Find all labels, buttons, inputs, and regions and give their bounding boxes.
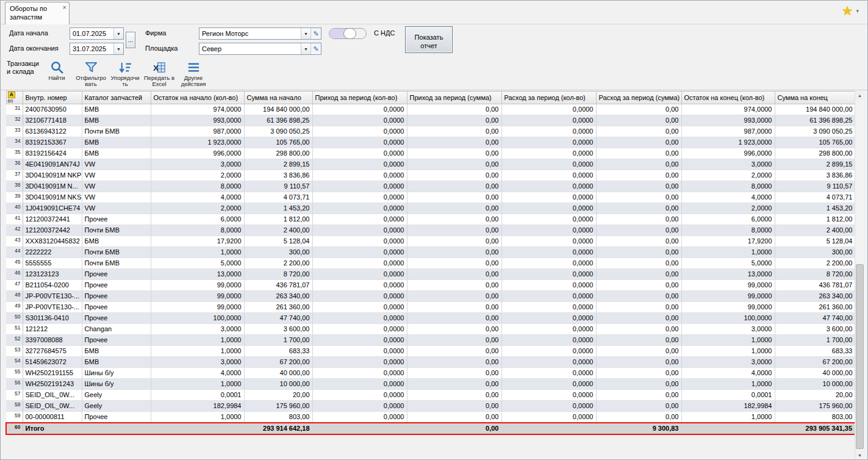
cell[interactable]: 0,00 [407,368,501,379]
cell[interactable]: 0,00 [407,390,501,401]
cell[interactable]: 0,0000 [501,291,596,302]
cell[interactable]: Шины б/у [82,379,151,390]
cell[interactable]: 83192153367 [23,137,82,148]
cell[interactable]: 3,0000 [681,159,775,170]
cell[interactable]: 0,00 [596,159,681,170]
cell[interactable]: 00-00000811 [23,412,82,423]
cell[interactable]: VW [82,170,151,181]
cell[interactable]: 0,0000 [501,115,596,126]
cell[interactable]: 0,0000 [312,137,407,148]
cell[interactable]: БМВ [82,115,151,126]
cell[interactable]: 0,0000 [501,335,596,346]
cell[interactable]: 0,00 [596,115,681,126]
cell[interactable]: 4,0000 [681,368,775,379]
cell[interactable]: 10 000,00 [244,379,312,390]
cell[interactable]: 1,0000 [151,247,244,258]
table-row[interactable]: 401J0419091CHE74VW2,00001 453,200,00000,… [6,203,855,214]
cell[interactable]: 0,0000 [312,269,407,280]
cell[interactable]: 0,0000 [501,126,596,137]
cell[interactable]: БМВ [82,148,151,159]
cell[interactable]: 0,0000 [312,412,407,423]
cell[interactable]: 0,00 [596,412,681,423]
cell[interactable]: 0,00 [407,302,501,313]
site-combo[interactable]: Север ▼ ✎ [199,43,321,55]
cell[interactable]: 0,00 [407,192,501,203]
cell[interactable]: 13,0000 [151,269,244,280]
cell[interactable]: 0,00 [596,170,681,181]
cell[interactable]: 8,0000 [681,225,775,236]
cell[interactable]: 9 110,57 [244,181,312,192]
table-row[interactable]: 364E0419091AN74JVW3,00002 899,150,00000,… [6,159,855,170]
cell[interactable]: 3D0419091M N... [23,181,82,192]
cell[interactable]: 121212 [23,324,82,335]
cell[interactable]: 121200372442 [23,225,82,236]
cell[interactable]: 0,00 [407,280,501,291]
cell[interactable]: 3 090 050,25 [775,126,855,137]
cell[interactable]: 3,0000 [151,324,244,335]
table-row[interactable]: 5332727684575БМВ1,0000683,330,00000,000,… [6,346,855,357]
table-row[interactable]: 57SEID_OIL_0W...Geely0,000120,000,00000,… [6,390,855,401]
cell[interactable]: 63136943122 [23,126,82,137]
cell[interactable]: 263 340,00 [775,291,855,302]
cell[interactable]: 0,00 [407,203,501,214]
table-row[interactable]: 3483192153367БМВ1 923,0000105 765,000,00… [6,137,855,148]
cell[interactable]: 194 840 000,00 [244,104,312,115]
column-header[interactable]: Приход за период (сумма) [407,92,501,104]
table-row[interactable]: 46123123123Прочее13,00008 720,000,00000,… [6,269,855,280]
cell[interactable]: VW [82,159,151,170]
cell[interactable]: 99,0000 [681,302,775,313]
cell[interactable]: Прочее [82,412,151,423]
table-row[interactable]: 383D0419091M N...VW8,00009 110,570,00000… [6,181,855,192]
cell[interactable] [501,423,596,434]
cell[interactable]: 0,0000 [501,368,596,379]
cell[interactable]: 0,0000 [312,291,407,302]
cell[interactable]: 0,0000 [501,225,596,236]
table-row[interactable]: 373D0419091M NKPVW2,00003 836,860,00000,… [6,170,855,181]
cell[interactable]: Почти БМВ [82,247,151,258]
cell[interactable]: 0,00 [596,148,681,159]
cell[interactable]: 0,00 [407,423,501,434]
show-report-button[interactable]: Показать отчет [405,26,453,53]
firm-dropdown-icon[interactable]: ▼ [301,28,310,39]
cell[interactable]: 99,0000 [151,291,244,302]
cell[interactable]: 0,00 [407,357,501,368]
cell[interactable]: 0,00 [596,335,681,346]
cell[interactable]: 0,0000 [501,379,596,390]
cell[interactable]: 4,0000 [681,192,775,203]
cell[interactable]: 0,0000 [312,302,407,313]
scroll-up-button[interactable]: ▲ [855,91,864,100]
cell[interactable]: 3 600,00 [775,324,855,335]
cell[interactable]: 0,0000 [312,225,407,236]
cell[interactable]: 13,0000 [681,269,775,280]
cell[interactable]: 0,00 [407,181,501,192]
cell[interactable]: 987,0000 [151,126,244,137]
cell[interactable]: 24007630950 [23,104,82,115]
cell[interactable]: 0,0000 [501,148,596,159]
cell[interactable]: 5555555 [23,258,82,269]
cell[interactable]: 1 923,0000 [681,137,775,148]
cell[interactable]: 32727684575 [23,346,82,357]
cell[interactable]: 0,00 [596,401,681,412]
cell[interactable]: 99,0000 [151,280,244,291]
table-row[interactable]: 51121212Changan3,00003 600,000,00000,000… [6,324,855,335]
firm-combo[interactable]: Регион Моторс ▼ ✎ [199,27,321,40]
cell[interactable]: 974,0000 [151,104,244,115]
vertical-scrollbar[interactable]: ▲ ▼ [855,91,864,460]
total-row[interactable]: 60Итого293 914 642,180,009 300,83293 905… [6,423,855,434]
cell[interactable]: 0,00 [596,203,681,214]
cell[interactable]: 298 800,00 [244,148,312,159]
cell[interactable]: 83192156424 [23,148,82,159]
cell[interactable]: 2 899,15 [244,159,312,170]
cell[interactable]: 0,0000 [501,357,596,368]
cell[interactable]: 0,0000 [312,170,407,181]
cell[interactable]: 2,0000 [151,170,244,181]
scroll-thumb[interactable] [856,264,864,449]
cell[interactable]: 1,0000 [151,335,244,346]
cell[interactable]: 8,0000 [151,225,244,236]
table-row[interactable]: 49JP-P00VTE130-...Прочее99,0000261 360,0… [6,302,855,313]
cell[interactable]: 105 765,00 [244,137,312,148]
cell[interactable]: VW [82,181,151,192]
cell[interactable]: БМВ [82,346,151,357]
favorites-star-icon[interactable]: ★ [842,4,853,17]
cell[interactable]: 0,00 [407,269,501,280]
